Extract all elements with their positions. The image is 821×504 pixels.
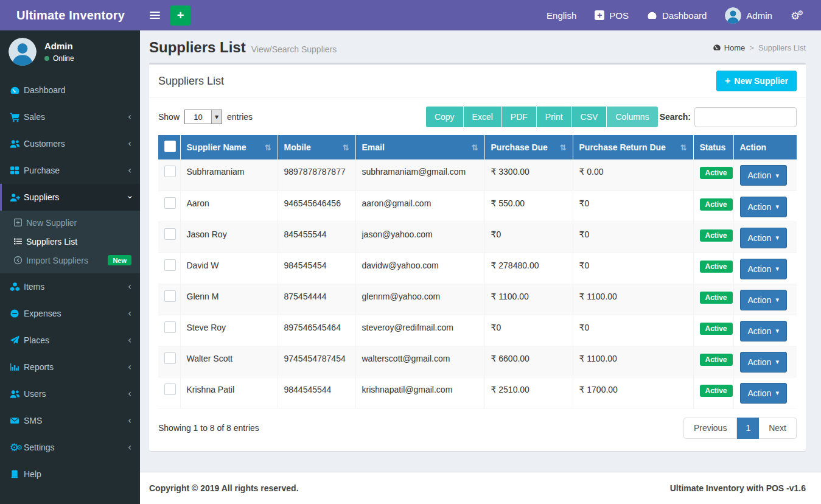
action-button[interactable]: Action▾ xyxy=(740,352,787,373)
caret-down-icon: ▾ xyxy=(775,296,779,304)
table-row: Steve Roy 897546545464 steveroy@redifmai… xyxy=(158,315,797,346)
print-button[interactable]: Print xyxy=(536,107,571,127)
sidebar-item-dashboard[interactable]: Dashboard xyxy=(0,77,140,103)
new-badge: New xyxy=(108,255,131,265)
sidebar-item-settings[interactable]: ⚙⚙ Settings ‹ xyxy=(0,434,140,461)
cell-purchase-due: ₹ 550.00 xyxy=(484,191,573,222)
cell-supplier-name: Glenn M xyxy=(180,284,278,315)
sidebar-item-reports[interactable]: Reports ‹ xyxy=(0,354,140,380)
sidebar-item-users[interactable]: Users ‹ xyxy=(0,380,140,407)
sidebar-item-customers[interactable]: Customers ‹ xyxy=(0,130,140,157)
sort-icon[interactable]: ⇅ xyxy=(265,143,271,152)
sort-icon[interactable]: ⇅ xyxy=(560,143,567,152)
suppliers-card: Suppliers List + New Supplier Show 10 ▼ … xyxy=(149,63,806,451)
col-mobile[interactable]: Mobile⇅ xyxy=(278,135,355,159)
action-button[interactable]: Action▾ xyxy=(740,197,787,217)
col-purchase-due[interactable]: Purchase Due⇅ xyxy=(484,135,573,159)
cell-purchase-return-due: ₹0 xyxy=(573,191,693,222)
status-badge: Active xyxy=(700,167,733,179)
page-size-select[interactable]: 10 ▼ xyxy=(184,110,222,124)
bar-chart-icon xyxy=(10,362,24,372)
table-controls: Show 10 ▼ entries Copy Excel PDF Print C… xyxy=(149,98,806,135)
csv-button[interactable]: CSV xyxy=(571,107,607,127)
submenu-item-import-suppliers[interactable]: Import Suppliers New xyxy=(0,251,140,270)
pagination-next[interactable]: Next xyxy=(759,418,797,439)
action-button[interactable]: Action▾ xyxy=(740,321,787,341)
row-checkbox[interactable] xyxy=(164,321,176,333)
table-row: David W 984545454 davidw@yahoo.com ₹ 278… xyxy=(158,253,797,284)
sidebar-item-sales[interactable]: Sales ‹ xyxy=(0,103,140,130)
select-all-checkbox[interactable] xyxy=(164,141,176,152)
plus-square-outline-icon xyxy=(13,218,26,227)
nav-settings[interactable]: ⚙⚙ xyxy=(781,0,812,30)
sidebar-toggle-icon[interactable] xyxy=(147,8,162,23)
action-button[interactable]: Action▾ xyxy=(740,165,787,186)
col-purchase-return-due[interactable]: Purchase Return Due⇅ xyxy=(573,135,693,159)
action-button[interactable]: Action▾ xyxy=(740,228,787,248)
cell-email: davidw@yahoo.com xyxy=(355,253,484,284)
row-checkbox[interactable] xyxy=(164,166,176,177)
col-email[interactable]: Email⇅ xyxy=(355,135,484,159)
chevron-left-icon: ‹ xyxy=(128,165,131,176)
sidebar-item-expenses[interactable]: Expenses ‹ xyxy=(0,300,140,327)
sidebar-item-purchase[interactable]: Purchase ‹ xyxy=(0,157,140,184)
nav-pos[interactable]: + POS xyxy=(585,0,638,30)
col-supplier-name[interactable]: Supplier Name⇅ xyxy=(180,135,278,159)
cell-purchase-due: ₹ 3300.00 xyxy=(484,159,573,191)
cell-supplier-name: Krishna Patil xyxy=(180,377,278,408)
table-header-row: Supplier Name⇅ Mobile⇅ Email⇅ Purchase D… xyxy=(158,135,797,159)
sidebar-item-help[interactable]: Help xyxy=(0,461,140,488)
online-dot-icon xyxy=(44,56,49,61)
row-checkbox[interactable] xyxy=(164,228,176,240)
pagination-page-1[interactable]: 1 xyxy=(737,418,759,439)
action-button[interactable]: Action▾ xyxy=(740,383,787,404)
action-button[interactable]: Action▾ xyxy=(740,259,787,279)
cell-email: glennm@yahoo.com xyxy=(355,284,484,315)
nav-dashboard[interactable]: Dashboard xyxy=(638,0,716,30)
cell-email: steveroy@redifmail.com xyxy=(355,315,484,346)
pagination-previous[interactable]: Previous xyxy=(683,418,737,439)
submenu-item-suppliers-list[interactable]: Suppliers List xyxy=(0,232,140,251)
table-row: Glenn M 875454444 glennm@yahoo.com ₹ 110… xyxy=(158,284,797,315)
row-checkbox[interactable] xyxy=(164,290,176,302)
caret-down-icon: ▾ xyxy=(775,203,779,211)
row-checkbox[interactable] xyxy=(164,259,176,271)
action-button[interactable]: Action▾ xyxy=(740,290,787,310)
sidebar-item-sms[interactable]: SMS ‹ xyxy=(0,407,140,434)
nav-user-menu[interactable]: Admin xyxy=(716,0,781,30)
row-checkbox[interactable] xyxy=(164,197,176,209)
sidebar-item-items[interactable]: Items ‹ xyxy=(0,273,140,300)
sort-icon[interactable]: ⇅ xyxy=(343,143,349,152)
search-input[interactable] xyxy=(694,107,797,127)
table-row: Walter Scott 9745454787454 walterscott@g… xyxy=(158,346,797,377)
cell-mobile: 984545454 xyxy=(278,253,355,284)
caret-down-icon: ▾ xyxy=(775,358,779,366)
sidebar-avatar xyxy=(9,38,37,66)
chevron-left-icon: ‹ xyxy=(128,415,131,426)
breadcrumb-home[interactable]: Home xyxy=(713,43,746,52)
row-checkbox[interactable] xyxy=(164,383,176,395)
sidebar-user-status[interactable]: Online xyxy=(44,54,74,63)
caret-down-icon: ▾ xyxy=(775,389,779,397)
row-checkbox[interactable] xyxy=(164,352,176,364)
new-supplier-button[interactable]: + New Supplier xyxy=(716,71,797,91)
sidebar-menu: Dashboard Sales ‹ Customers ‹ Purchase ‹… xyxy=(0,77,140,488)
sidebar-item-places[interactable]: Places ‹ xyxy=(0,327,140,354)
sidebar-item-suppliers[interactable]: Suppliers ‹ xyxy=(0,184,140,211)
submenu-item-new-supplier[interactable]: New Supplier xyxy=(0,213,140,232)
search-label: Search: xyxy=(660,112,691,122)
show-label: Show xyxy=(158,112,180,122)
nav-language[interactable]: English xyxy=(537,0,585,30)
tachometer-icon xyxy=(647,10,657,21)
cell-purchase-due: ₹0 xyxy=(484,222,573,253)
copy-button[interactable]: Copy xyxy=(426,107,463,127)
pdf-button[interactable]: PDF xyxy=(501,107,536,127)
excel-button[interactable]: Excel xyxy=(463,107,501,127)
chevron-left-icon: ‹ xyxy=(128,335,131,346)
columns-button[interactable]: Columns xyxy=(606,107,657,127)
navbar-left: + xyxy=(140,0,190,30)
sort-icon[interactable]: ⇅ xyxy=(680,143,687,152)
quick-add-button[interactable]: + xyxy=(170,5,190,26)
sort-icon[interactable]: ⇅ xyxy=(472,143,478,152)
brand-logo[interactable]: Ultimate Inventory xyxy=(0,0,140,30)
